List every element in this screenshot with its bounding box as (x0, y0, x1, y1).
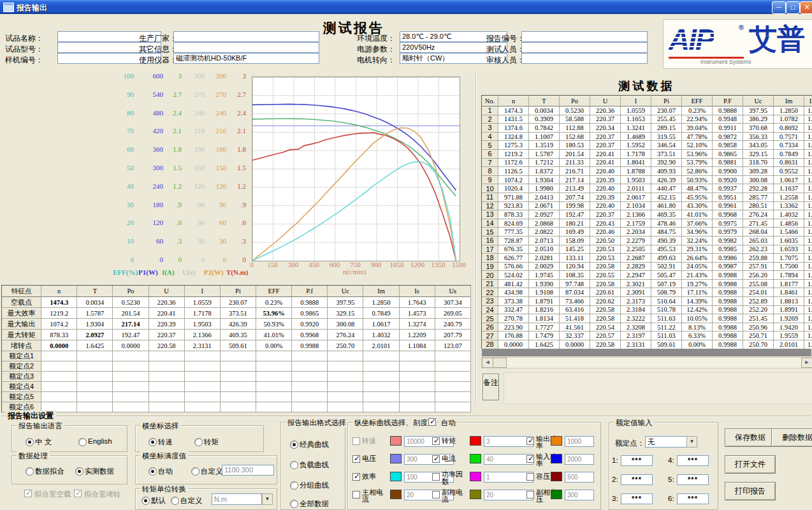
print-report-button[interactable]: 打印报告 (725, 482, 776, 500)
torque-unit-dropdown-icon[interactable]: ▼ (262, 493, 273, 505)
rated-input-1[interactable]: *** (621, 474, 653, 485)
radio-format-3[interactable] (290, 500, 298, 508)
torque-unit-select[interactable]: N.m (212, 493, 262, 505)
table-row[interactable]: 11971.882.0413207.74220.392.0617452.1545… (482, 193, 812, 202)
table-row[interactable]: 101020.41.9980213.49220.402.0111440.4748… (482, 184, 812, 193)
form-field[interactable]: 磁滞测功机HD-50KB/F (173, 53, 319, 64)
form-field[interactable] (173, 31, 319, 42)
radio-format-2[interactable] (290, 481, 298, 490)
titlebar[interactable]: 报告输出 ─ □ ✕ (0, 0, 812, 14)
maximize-button[interactable]: □ (786, 1, 800, 14)
table-row[interactable]: 21481.421.939097.748220.582.3021507.1919… (482, 280, 812, 289)
table-row[interactable]: 31374.60.7842112.88220.341.3241289.1539.… (482, 124, 812, 133)
curve-scale-input-5[interactable]: 2000 (565, 454, 594, 465)
radio-format-1[interactable] (290, 461, 298, 469)
table-hscrollbar[interactable]: ◄ ► (481, 357, 812, 368)
rated-point-select[interactable]: 无 (645, 436, 687, 448)
scroll-left-arrow-icon[interactable]: ◄ (482, 358, 493, 368)
radio-processing-0[interactable] (25, 467, 34, 476)
form-field[interactable] (521, 53, 648, 64)
table-row[interactable]: 19576.662.0029120.94220.582.2829502.9124… (482, 263, 812, 272)
radio-torque_unit-1[interactable] (171, 497, 179, 505)
feature-cell: 269.05 (435, 308, 471, 319)
table-row[interactable]: 27176.881.747932.337220.572.3197511.036.… (482, 332, 812, 340)
curve-scale-input-2[interactable]: 1000 (565, 436, 594, 447)
curve-checkbox-3[interactable] (352, 455, 360, 463)
radio-xaxis-0[interactable] (149, 438, 157, 446)
fit-checkbox-1[interactable] (74, 490, 82, 497)
radio-xscale-0[interactable] (149, 467, 157, 476)
rated-input-4[interactable]: *** (677, 474, 709, 485)
rated-input-2[interactable]: *** (621, 493, 653, 504)
ycurve-auto-checkbox[interactable] (428, 418, 436, 426)
table-row[interactable]: 25270.781.813451.418220.582.3222511.6310… (482, 314, 812, 323)
form-field[interactable] (173, 42, 319, 53)
table-row[interactable]: 51275.31.3519180.53220.371.5952346.5452.… (482, 141, 812, 150)
curve-checkbox-8[interactable] (526, 473, 534, 481)
axis-tick-label: 120 (206, 182, 226, 190)
curve-checkbox-7[interactable] (432, 473, 440, 481)
save-data-button[interactable]: 保存数据 (725, 428, 776, 447)
radio-processing-1[interactable] (75, 467, 83, 476)
xscale-custom-input[interactable]: 1100.300 (222, 465, 274, 476)
table-row[interactable]: 15777.352.0822169.49220.462.2034484.7534… (482, 228, 812, 237)
fit-checkbox-0[interactable] (24, 490, 32, 497)
data-cell: 502.91 (651, 263, 682, 272)
rated-input-3[interactable]: *** (677, 455, 709, 466)
table-row[interactable]: 17676.352.0510145.25220.532.2505495.5329… (482, 245, 812, 254)
curve-checkbox-11[interactable] (526, 491, 534, 499)
curve-scale-input-8[interactable]: 500 (565, 472, 594, 483)
rated-input-0[interactable]: *** (621, 455, 653, 466)
curve-checkbox-5[interactable] (526, 455, 534, 463)
delete-data-button[interactable]: 删除数据 (771, 428, 812, 447)
curve-checkbox-2[interactable] (526, 437, 534, 445)
form-field[interactable] (521, 42, 648, 53)
curve-checkbox-9[interactable] (352, 491, 360, 499)
table-row[interactable]: 22434.981.910887.034220.612.3091508.7917… (482, 288, 812, 297)
table-row[interactable]: 13878.332.0927192.47220.372.1366469.3541… (482, 210, 812, 219)
close-button[interactable]: ✕ (800, 1, 812, 14)
minimize-button[interactable]: ─ (772, 1, 786, 14)
table-row[interactable]: 18626.772.0281133.11220.532.2687499.6326… (482, 254, 812, 263)
curve-checkbox-0[interactable] (352, 437, 360, 445)
table-row[interactable]: 71172.61.7212211.33220.411.8041392.9053.… (482, 159, 812, 168)
remark-button[interactable]: 备注 (482, 374, 499, 400)
table-row[interactable]: 12923.832.0671199.98220.402.1034461.8043… (482, 202, 812, 211)
curve-checkbox-4[interactable] (432, 455, 440, 463)
table-row[interactable]: 21431.50.390958.588220.371.1653255.4522.… (482, 115, 812, 124)
rated-input-5[interactable]: *** (677, 493, 709, 504)
curve-checkbox-1[interactable] (432, 437, 440, 445)
table-row[interactable]: 61219.21.5787201.54220.411.7178373.5153.… (482, 150, 812, 159)
remark-panel[interactable] (504, 372, 812, 404)
radio-torque_unit-0[interactable] (141, 497, 150, 505)
table-row[interactable]: 14824.692.0868180.21220.432.1759478.4637… (482, 219, 812, 228)
data-cell: 108.35 (560, 271, 590, 280)
table-row[interactable]: 81126.51.8372216.71220.401.8788409.9352.… (482, 167, 812, 176)
table-row[interactable]: 91074.21.9304217.14220.391.9503426.3950.… (482, 176, 812, 185)
curve-checkbox-6[interactable] (352, 473, 360, 481)
radio-language-1[interactable] (78, 438, 87, 446)
table-row[interactable]: 16728.872.0713158.09220.502.2279490.3932… (482, 237, 812, 245)
scroll-thumb[interactable] (493, 358, 507, 368)
table-row[interactable]: 41324.81.1007152.68220.371.4689319.5547.… (482, 133, 812, 142)
table-row[interactable]: 280.00001.64250.0000220.582.3131509.610.… (482, 340, 812, 349)
radio-xscale-1[interactable] (191, 467, 199, 476)
curve-checkbox-10[interactable] (432, 491, 440, 499)
curve-scale-input-11[interactable]: 300 (565, 490, 594, 500)
radio-language-0[interactable] (25, 438, 34, 446)
table-row[interactable]: 20524.021.9745108.35220.552.2947505.4721… (482, 271, 812, 280)
radio-format-0[interactable] (290, 441, 298, 449)
form-field[interactable] (521, 31, 648, 42)
table-row[interactable]: 26223.901.772741.561220.542.3208511.228.… (482, 323, 812, 332)
data-cell: 27 (482, 332, 498, 340)
rated-empty-cell (185, 351, 221, 361)
data-cell: 50.93% (682, 176, 713, 185)
table-row[interactable]: 23373.381.879173.466220.622.3173510.6414… (482, 297, 812, 306)
radio-xaxis-1[interactable] (194, 438, 203, 446)
rated-point-dropdown-icon[interactable]: ▼ (686, 436, 697, 448)
table-row[interactable]: 11474.30.00340.5230220.361.0559230.070.2… (482, 106, 812, 115)
open-file-button[interactable]: 打开文件 (725, 455, 776, 474)
data-cell: 1.2558 (774, 193, 804, 202)
table-row[interactable]: 24332.471.821663.416220.582.3184510.7812… (482, 306, 812, 315)
scroll-right-arrow-icon[interactable]: ► (801, 358, 812, 368)
